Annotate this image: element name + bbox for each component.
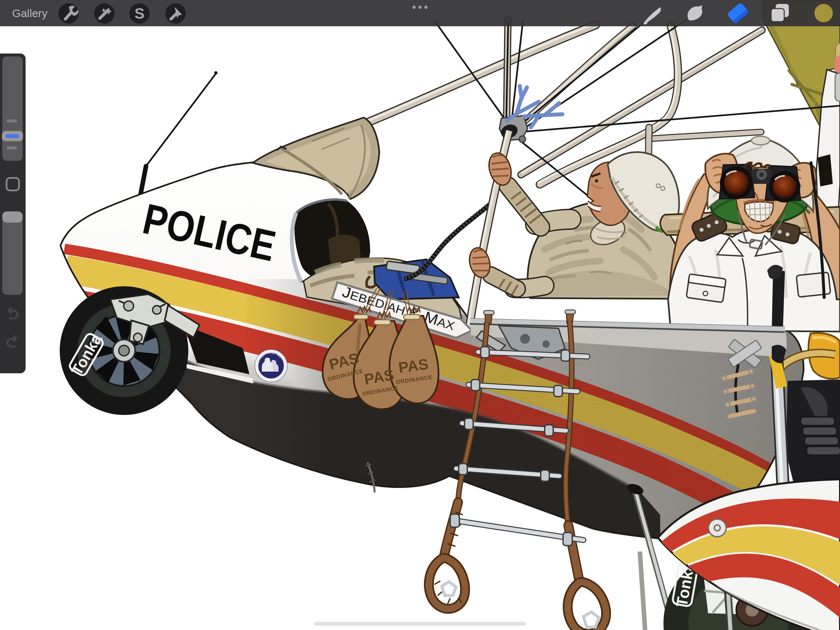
svg-text:S: S <box>134 5 145 22</box>
svg-text:Gallery: Gallery <box>12 7 47 19</box>
